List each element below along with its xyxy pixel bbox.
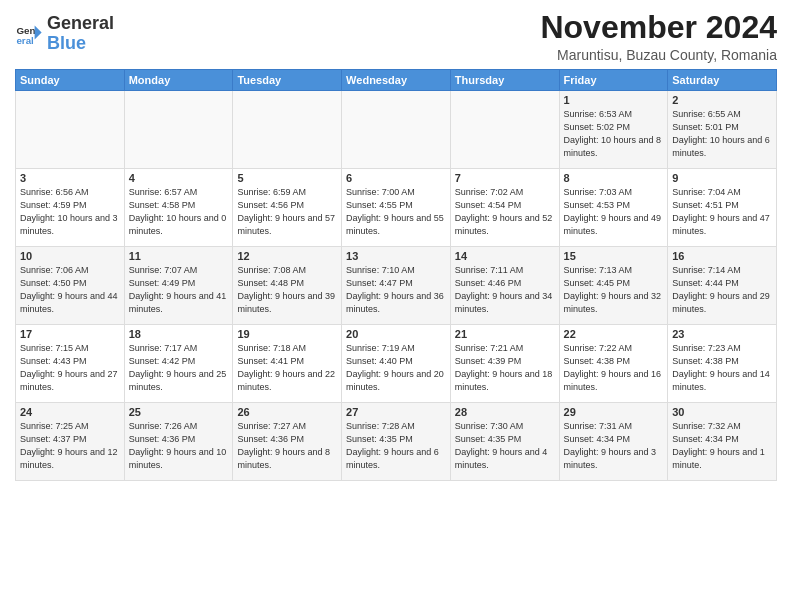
day-number: 10: [20, 250, 120, 262]
day-number: 30: [672, 406, 772, 418]
cell-w2-d2: 12Sunrise: 7:08 AM Sunset: 4:48 PM Dayli…: [233, 247, 342, 325]
day-info: Sunrise: 7:17 AM Sunset: 4:42 PM Dayligh…: [129, 342, 229, 394]
day-info: Sunrise: 7:13 AM Sunset: 4:45 PM Dayligh…: [564, 264, 664, 316]
cell-w3-d6: 23Sunrise: 7:23 AM Sunset: 4:38 PM Dayli…: [668, 325, 777, 403]
week-row-1: 3Sunrise: 6:56 AM Sunset: 4:59 PM Daylig…: [16, 169, 777, 247]
day-number: 29: [564, 406, 664, 418]
cell-w1-d2: 5Sunrise: 6:59 AM Sunset: 4:56 PM Daylig…: [233, 169, 342, 247]
day-number: 25: [129, 406, 229, 418]
logo-text: General Blue: [47, 14, 114, 54]
subtitle: Maruntisu, Buzau County, Romania: [540, 47, 777, 63]
cell-w3-d1: 18Sunrise: 7:17 AM Sunset: 4:42 PM Dayli…: [124, 325, 233, 403]
col-tuesday: Tuesday: [233, 70, 342, 91]
cell-w4-d4: 28Sunrise: 7:30 AM Sunset: 4:35 PM Dayli…: [450, 403, 559, 481]
col-saturday: Saturday: [668, 70, 777, 91]
day-number: 11: [129, 250, 229, 262]
cell-w1-d0: 3Sunrise: 6:56 AM Sunset: 4:59 PM Daylig…: [16, 169, 125, 247]
svg-text:eral: eral: [16, 35, 34, 46]
day-info: Sunrise: 6:53 AM Sunset: 5:02 PM Dayligh…: [564, 108, 664, 160]
cell-w4-d5: 29Sunrise: 7:31 AM Sunset: 4:34 PM Dayli…: [559, 403, 668, 481]
day-info: Sunrise: 7:27 AM Sunset: 4:36 PM Dayligh…: [237, 420, 337, 472]
title-block: November 2024 Maruntisu, Buzau County, R…: [540, 10, 777, 63]
cell-w1-d5: 8Sunrise: 7:03 AM Sunset: 4:53 PM Daylig…: [559, 169, 668, 247]
day-info: Sunrise: 6:56 AM Sunset: 4:59 PM Dayligh…: [20, 186, 120, 238]
day-number: 2: [672, 94, 772, 106]
day-info: Sunrise: 7:11 AM Sunset: 4:46 PM Dayligh…: [455, 264, 555, 316]
day-number: 24: [20, 406, 120, 418]
cell-w0-d1: [124, 91, 233, 169]
day-number: 7: [455, 172, 555, 184]
cell-w2-d4: 14Sunrise: 7:11 AM Sunset: 4:46 PM Dayli…: [450, 247, 559, 325]
cell-w4-d3: 27Sunrise: 7:28 AM Sunset: 4:35 PM Dayli…: [342, 403, 451, 481]
col-wednesday: Wednesday: [342, 70, 451, 91]
cell-w1-d6: 9Sunrise: 7:04 AM Sunset: 4:51 PM Daylig…: [668, 169, 777, 247]
day-info: Sunrise: 7:18 AM Sunset: 4:41 PM Dayligh…: [237, 342, 337, 394]
cell-w2-d0: 10Sunrise: 7:06 AM Sunset: 4:50 PM Dayli…: [16, 247, 125, 325]
day-number: 5: [237, 172, 337, 184]
header: Gen eral General Blue November 2024 Maru…: [15, 10, 777, 63]
day-number: 28: [455, 406, 555, 418]
day-info: Sunrise: 7:08 AM Sunset: 4:48 PM Dayligh…: [237, 264, 337, 316]
day-info: Sunrise: 7:15 AM Sunset: 4:43 PM Dayligh…: [20, 342, 120, 394]
cell-w0-d2: [233, 91, 342, 169]
day-number: 19: [237, 328, 337, 340]
cell-w3-d2: 19Sunrise: 7:18 AM Sunset: 4:41 PM Dayli…: [233, 325, 342, 403]
calendar-table: Sunday Monday Tuesday Wednesday Thursday…: [15, 69, 777, 481]
day-info: Sunrise: 7:06 AM Sunset: 4:50 PM Dayligh…: [20, 264, 120, 316]
logo-line2: Blue: [47, 34, 114, 54]
day-number: 15: [564, 250, 664, 262]
day-number: 6: [346, 172, 446, 184]
cell-w1-d1: 4Sunrise: 6:57 AM Sunset: 4:58 PM Daylig…: [124, 169, 233, 247]
cell-w0-d3: [342, 91, 451, 169]
cell-w1-d4: 7Sunrise: 7:02 AM Sunset: 4:54 PM Daylig…: [450, 169, 559, 247]
day-number: 8: [564, 172, 664, 184]
week-row-3: 17Sunrise: 7:15 AM Sunset: 4:43 PM Dayli…: [16, 325, 777, 403]
day-number: 21: [455, 328, 555, 340]
day-number: 20: [346, 328, 446, 340]
page: Gen eral General Blue November 2024 Maru…: [0, 0, 792, 612]
cell-w2-d1: 11Sunrise: 7:07 AM Sunset: 4:49 PM Dayli…: [124, 247, 233, 325]
day-info: Sunrise: 7:10 AM Sunset: 4:47 PM Dayligh…: [346, 264, 446, 316]
cell-w3-d0: 17Sunrise: 7:15 AM Sunset: 4:43 PM Dayli…: [16, 325, 125, 403]
day-info: Sunrise: 6:57 AM Sunset: 4:58 PM Dayligh…: [129, 186, 229, 238]
day-info: Sunrise: 7:00 AM Sunset: 4:55 PM Dayligh…: [346, 186, 446, 238]
cell-w3-d5: 22Sunrise: 7:22 AM Sunset: 4:38 PM Dayli…: [559, 325, 668, 403]
day-info: Sunrise: 7:07 AM Sunset: 4:49 PM Dayligh…: [129, 264, 229, 316]
col-monday: Monday: [124, 70, 233, 91]
logo-icon: Gen eral: [15, 20, 43, 48]
day-number: 4: [129, 172, 229, 184]
day-info: Sunrise: 6:59 AM Sunset: 4:56 PM Dayligh…: [237, 186, 337, 238]
cell-w4-d1: 25Sunrise: 7:26 AM Sunset: 4:36 PM Dayli…: [124, 403, 233, 481]
day-info: Sunrise: 7:23 AM Sunset: 4:38 PM Dayligh…: [672, 342, 772, 394]
col-sunday: Sunday: [16, 70, 125, 91]
day-info: Sunrise: 7:22 AM Sunset: 4:38 PM Dayligh…: [564, 342, 664, 394]
day-number: 12: [237, 250, 337, 262]
day-number: 13: [346, 250, 446, 262]
day-info: Sunrise: 7:21 AM Sunset: 4:39 PM Dayligh…: [455, 342, 555, 394]
cell-w2-d6: 16Sunrise: 7:14 AM Sunset: 4:44 PM Dayli…: [668, 247, 777, 325]
logo: Gen eral General Blue: [15, 14, 114, 54]
cell-w4-d0: 24Sunrise: 7:25 AM Sunset: 4:37 PM Dayli…: [16, 403, 125, 481]
cell-w4-d6: 30Sunrise: 7:32 AM Sunset: 4:34 PM Dayli…: [668, 403, 777, 481]
cell-w0-d5: 1Sunrise: 6:53 AM Sunset: 5:02 PM Daylig…: [559, 91, 668, 169]
week-row-0: 1Sunrise: 6:53 AM Sunset: 5:02 PM Daylig…: [16, 91, 777, 169]
day-info: Sunrise: 7:02 AM Sunset: 4:54 PM Dayligh…: [455, 186, 555, 238]
cell-w1-d3: 6Sunrise: 7:00 AM Sunset: 4:55 PM Daylig…: [342, 169, 451, 247]
header-row: Sunday Monday Tuesday Wednesday Thursday…: [16, 70, 777, 91]
cell-w3-d3: 20Sunrise: 7:19 AM Sunset: 4:40 PM Dayli…: [342, 325, 451, 403]
week-row-2: 10Sunrise: 7:06 AM Sunset: 4:50 PM Dayli…: [16, 247, 777, 325]
cell-w4-d2: 26Sunrise: 7:27 AM Sunset: 4:36 PM Dayli…: [233, 403, 342, 481]
week-row-4: 24Sunrise: 7:25 AM Sunset: 4:37 PM Dayli…: [16, 403, 777, 481]
day-info: Sunrise: 7:26 AM Sunset: 4:36 PM Dayligh…: [129, 420, 229, 472]
day-number: 18: [129, 328, 229, 340]
day-info: Sunrise: 6:55 AM Sunset: 5:01 PM Dayligh…: [672, 108, 772, 160]
logo-line1: General: [47, 14, 114, 34]
col-friday: Friday: [559, 70, 668, 91]
day-number: 23: [672, 328, 772, 340]
day-number: 26: [237, 406, 337, 418]
day-info: Sunrise: 7:04 AM Sunset: 4:51 PM Dayligh…: [672, 186, 772, 238]
cell-w2-d5: 15Sunrise: 7:13 AM Sunset: 4:45 PM Dayli…: [559, 247, 668, 325]
svg-marker-2: [35, 25, 42, 39]
day-number: 14: [455, 250, 555, 262]
day-info: Sunrise: 7:32 AM Sunset: 4:34 PM Dayligh…: [672, 420, 772, 472]
